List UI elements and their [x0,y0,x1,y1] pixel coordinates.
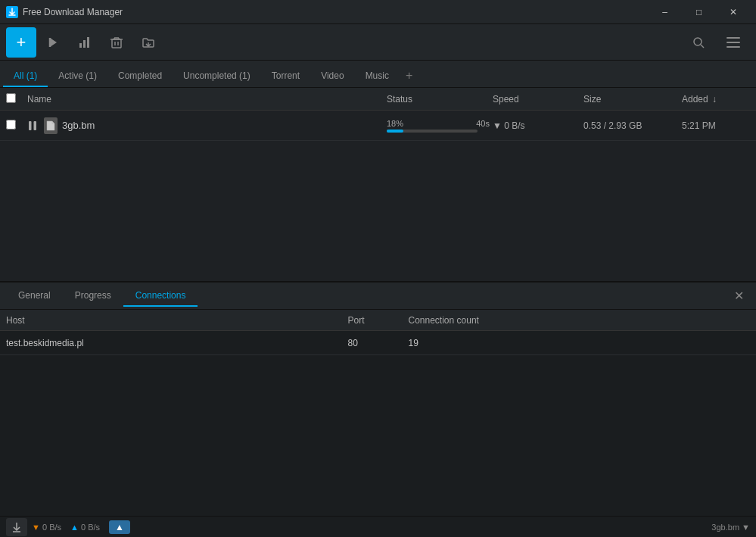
toolbar-right [683,27,750,58]
app-title: Free Download Manager [23,7,648,17]
progress-bar-fill [387,130,403,133]
upload-speed-status: ▲ 0 B/s [70,523,100,532]
add-download-button[interactable]: + [6,27,36,58]
bottom-panel: General Progress Connections ✕ Host Port… [0,281,756,516]
conn-col-host: Host [6,315,348,326]
svg-rect-3 [79,43,82,48]
download-size: 0.53 / 2.93 GB [583,120,682,131]
maximize-button[interactable]: □ [682,0,716,24]
expand-button[interactable]: ▲ [109,520,130,534]
resume-button[interactable] [38,27,68,58]
column-header-size: Size [583,94,682,105]
window-controls: – □ ✕ [648,0,750,24]
svg-rect-19 [29,121,32,130]
row-checkbox-wrapper[interactable] [6,120,24,132]
conn-col-port: Port [348,315,409,326]
play-icon [46,36,60,49]
svg-rect-5 [87,37,89,48]
main-area: Name Status Speed Size Added ↓ [0,88,756,281]
download-speed-status: ▼ 0 B/s [32,523,61,532]
search-button[interactable] [683,27,714,58]
current-filename: 3gb.bm ▼ [711,523,750,532]
svg-rect-6 [112,39,121,48]
category-tabs: All (1) Active (1) Completed Uncompleted… [0,61,756,88]
tab-music[interactable]: Music [355,66,400,87]
stats-button[interactable] [70,27,100,58]
download-name: 3gb.bm [62,120,387,131]
connections-header: Host Port Connection count [0,310,756,331]
minimize-button[interactable]: – [648,0,682,24]
hamburger-icon [726,37,740,48]
connections-body: test.beskidmedia.pl 80 19 [0,331,756,516]
status-bar: ▼ 0 B/s ▲ 0 B/s ▲ 3gb.bm ▼ [0,516,756,537]
svg-rect-4 [83,40,86,48]
conn-port-value: 80 [348,338,409,348]
upload-speed-value: 0 B/s [81,523,100,532]
delete-button[interactable] [101,27,132,58]
download-added: 5:21 PM [682,120,750,131]
close-button[interactable]: ✕ [716,0,750,24]
progress-bar-background [387,130,478,133]
table-header: Name Status Speed Size Added ↓ [0,88,756,111]
svg-rect-17 [726,42,740,43]
conn-col-count: Connection count [409,315,751,326]
tab-progress[interactable]: Progress [63,286,123,307]
pause-button[interactable] [24,117,41,134]
expand-icon: ▲ [115,522,124,532]
statusbar-icon-button[interactable] [6,518,27,536]
plus-icon: + [17,33,26,52]
conn-count-value: 19 [409,338,751,348]
tab-active[interactable]: Active (1) [48,66,107,87]
svg-rect-16 [726,37,740,39]
menu-button[interactable] [718,27,748,58]
tab-uncompleted[interactable]: Uncompleted (1) [173,66,261,87]
connection-row[interactable]: test.beskidmedia.pl 80 19 [0,331,756,355]
download-status: 18% 40s [387,119,493,133]
column-header-status: Status [387,94,493,105]
download-speed-value: 0 B/s [42,523,61,532]
search-icon [692,36,705,49]
open-folder-button[interactable] [133,27,163,58]
tab-completed[interactable]: Completed [107,66,173,87]
tab-video[interactable]: Video [310,66,354,87]
detail-tabs: General Progress Connections ✕ [0,283,756,310]
tab-general[interactable]: General [6,286,63,307]
svg-rect-20 [34,121,37,130]
column-header-added: Added ↓ [682,94,750,105]
svg-line-15 [701,45,704,48]
folder-icon [142,36,155,49]
conn-host-value: test.beskidmedia.pl [6,338,348,348]
download-speed: ▼ 0 B/s [493,120,583,131]
row-checkbox[interactable] [6,120,16,130]
tab-torrent[interactable]: Torrent [261,66,310,87]
svg-rect-18 [726,46,740,48]
download-list: 3gb.bm 18% 40s ▼ 0 B/s 0.53 / 2.93 GB 5:… [0,111,756,281]
column-header-speed: Speed [493,94,583,105]
bars-icon [78,36,92,49]
app-icon [6,6,18,18]
bottom-panel-close-button[interactable]: ✕ [728,286,750,306]
status-time-text: 40s [476,119,490,128]
pause-icon [28,120,37,131]
tab-all[interactable]: All (1) [3,66,48,87]
toolbar: + [0,24,756,61]
select-all-checkbox-wrapper[interactable] [6,93,24,105]
delete-icon [110,36,123,49]
up-arrow-icon: ▲ [70,523,79,532]
connections-table: Host Port Connection count test.beskidme… [0,310,756,516]
file-icon [44,117,58,134]
add-tab-button[interactable]: + [400,64,418,87]
title-bar: Free Download Manager – □ ✕ [0,0,756,24]
select-all-checkbox[interactable] [6,93,16,103]
svg-marker-1 [50,38,57,47]
down-arrow-icon: ▼ [32,523,40,532]
download-arrow-icon [11,522,22,532]
tab-connections[interactable]: Connections [123,286,198,307]
column-header-name: Name [24,94,387,105]
status-percent-text: 18% [387,119,403,128]
svg-point-14 [694,38,702,45]
table-row[interactable]: 3gb.bm 18% 40s ▼ 0 B/s 0.53 / 2.93 GB 5:… [0,111,756,141]
